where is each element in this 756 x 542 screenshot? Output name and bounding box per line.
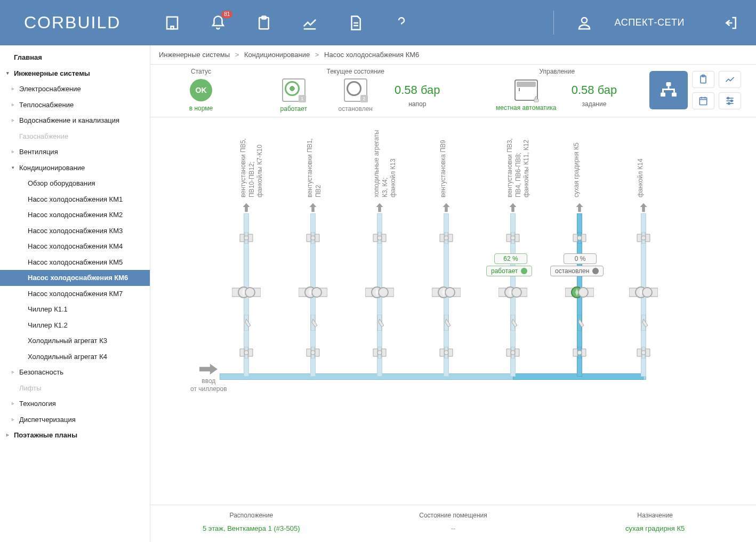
pump-icon [232, 283, 261, 302]
sidebar-item-19[interactable]: Холодильный агрегат К4 [0, 349, 150, 365]
view-diagram-button[interactable] [649, 71, 688, 109]
app-header: CORBUILD 81 АСПЕКТ-СЕТИ [0, 0, 756, 45]
svg-rect-24 [699, 98, 706, 105]
arrow-up-icon [638, 202, 649, 215]
footer-purpose-val[interactable]: сухая градирня К5 [554, 524, 756, 532]
state-title: Текущее состояние [327, 68, 384, 78]
svg-rect-0 [167, 17, 178, 29]
tool-calendar-button[interactable] [692, 92, 714, 109]
chip-stop: остановлен [550, 266, 604, 276]
chip-pct-1: 62 % [494, 253, 527, 264]
sidebar-item-22[interactable]: ▹Технология [0, 396, 150, 412]
sidebar-item-24[interactable]: ▹Поэтажные планы [0, 427, 150, 443]
status-text: в норме [189, 105, 213, 112]
chip-pct-2: 0 % [564, 253, 597, 264]
document-icon[interactable] [347, 14, 365, 32]
svg-point-80 [577, 236, 582, 240]
crumb-0[interactable]: Инженерные системы [159, 51, 230, 59]
user-icon[interactable] [575, 14, 593, 32]
footer-room-title: Состояние помещения [352, 512, 554, 519]
branch-label-6: фанкойл К14 [637, 158, 645, 197]
sidebar-item-4[interactable]: ▹Водоснабжение и канализация [0, 113, 150, 129]
sidebar-item-13[interactable]: Насос холодоснабжения КМ5 [0, 254, 150, 270]
sidebar-item-10[interactable]: Насос холодоснабжения КМ2 [0, 207, 150, 223]
sidebar-item-9[interactable]: Насос холодоснабжения КМ1 [0, 192, 150, 208]
arrow-up-icon [507, 202, 519, 215]
piping-diagram: вентустановки ПВ5,ПВ10-ПВ12;фанкойлы К7-… [150, 117, 756, 505]
branch-label-1: вентустановки ПВ1,ПВ2 [306, 138, 323, 197]
sidebar-item-14[interactable]: Насос холодоснабжения КМ6 [0, 270, 150, 286]
svg-point-48 [312, 288, 321, 297]
sidebar-item-20[interactable]: ▹Безопасность [0, 364, 150, 380]
buildings-icon[interactable] [163, 14, 181, 32]
tool-settings-button[interactable] [719, 92, 741, 109]
valve-icon [636, 232, 651, 244]
branch-label-0: вентустановки ПВ5,ПВ10-ПВ12;фанкойлы К7-… [239, 138, 264, 197]
pump1-icon: 1 [282, 78, 305, 102]
sidebar-item-15[interactable]: Насос холодоснабжения КМ7 [0, 286, 150, 302]
sidebar: Главная▾Инженерные системы▹Электроснабже… [0, 45, 150, 542]
sidebar-item-17[interactable]: Чиллер К1.2 [0, 317, 150, 333]
valve-icon [572, 232, 587, 244]
sidebar-item-6[interactable]: ▹Вентиляция [0, 144, 150, 160]
tool-trend-button[interactable] [719, 71, 741, 88]
sidebar-item-8[interactable]: Обзор оборудования [0, 176, 150, 192]
setpoint-value: 0.58 бар [572, 83, 617, 97]
valve-icon [572, 347, 587, 358]
bell-icon[interactable]: 81 [209, 14, 227, 32]
valve-icon [305, 232, 320, 244]
valve-icon [439, 232, 454, 244]
sidebar-item-3[interactable]: ▹Теплоснабжение [0, 97, 150, 113]
svg-point-57 [379, 288, 388, 297]
valve-icon [372, 232, 387, 244]
svg-point-69 [444, 350, 448, 355]
inlet-label: вводот чиллеров [190, 364, 227, 394]
svg-point-78 [511, 350, 515, 355]
check-valve-icon [441, 315, 452, 331]
branch-label-3: вентустановка ПВ9 [439, 140, 448, 197]
header-divider [553, 11, 554, 35]
chip-run: работает [486, 266, 532, 276]
svg-point-39 [245, 288, 255, 297]
svg-point-35 [244, 236, 248, 240]
chart-icon[interactable] [301, 14, 319, 32]
app-logo[interactable]: CORBUILD [24, 13, 120, 33]
sidebar-item-11[interactable]: Насос холодоснабжения КМ3 [0, 223, 150, 239]
tool-clipboard-button[interactable] [692, 71, 714, 88]
valve-icon [505, 232, 520, 244]
sidebar-item-0[interactable]: Главная [0, 50, 150, 66]
branch-label-4: вентустановки ПВ3,ПВ4, ПВ6-ПВ8;фанкойлы … [506, 138, 531, 197]
ctrl-mode-text: местная автоматика [496, 104, 556, 111]
sidebar-item-2[interactable]: ▹Электроснабжение [0, 81, 150, 97]
footer-loc-val[interactable]: 5 этаж, Венткамера 1 (#3-505) [150, 524, 352, 532]
sidebar-item-18[interactable]: Холодильный агрегат К3 [0, 333, 150, 349]
help-icon[interactable] [392, 14, 411, 32]
sidebar-item-23[interactable]: ▹Диспетчеризация [0, 412, 150, 428]
notification-badge: 81 [221, 11, 232, 18]
sidebar-item-7[interactable]: ▾Кондиционирование [0, 160, 150, 176]
svg-point-87 [577, 350, 582, 355]
svg-point-62 [444, 236, 448, 240]
arrow-up-icon [574, 202, 585, 215]
sidebar-item-16[interactable]: Чиллер К1.1 [0, 301, 150, 317]
sidebar-item-12[interactable]: Насос холодоснабжения КМ4 [0, 238, 150, 254]
footer-purpose-title: Назначение [554, 512, 756, 519]
svg-rect-18 [534, 99, 538, 102]
main-content: Инженерные системы > Кондиционирование >… [150, 45, 756, 542]
valve-icon [372, 347, 387, 358]
svg-point-66 [445, 288, 455, 297]
pump1-text: работает [280, 105, 307, 113]
pump-icon [565, 283, 594, 302]
pump-icon [365, 283, 394, 302]
svg-point-75 [512, 288, 521, 297]
ctrl-title: Управление [539, 68, 575, 78]
user-label[interactable]: АСПЕКТ-СЕТИ [615, 17, 685, 28]
branch-label-2: хоподильные агрегатыК3, К4;фанкойл К13 [373, 130, 398, 197]
valve-icon [305, 347, 320, 358]
crumb-1[interactable]: Кондиционирование [244, 51, 310, 59]
logout-icon[interactable] [722, 14, 740, 32]
footer-room-val: -- [352, 524, 554, 532]
pump-icon [629, 283, 658, 302]
sidebar-item-1[interactable]: ▾Инженерные системы [0, 66, 150, 82]
clipboard-icon[interactable] [255, 14, 273, 32]
